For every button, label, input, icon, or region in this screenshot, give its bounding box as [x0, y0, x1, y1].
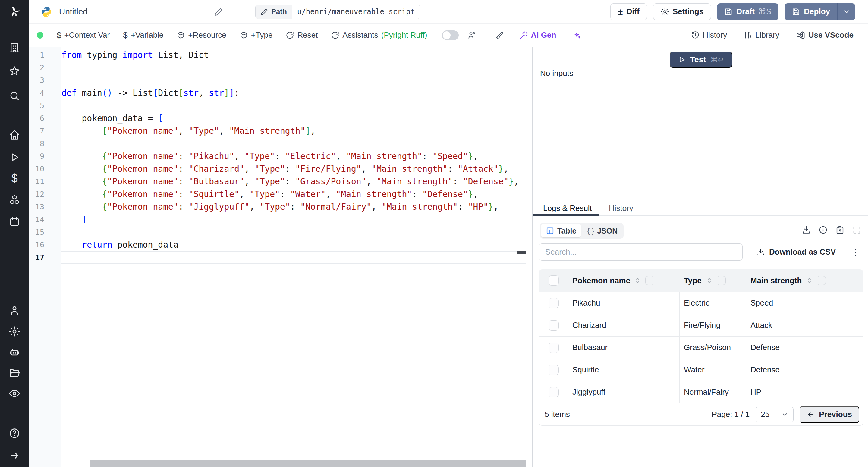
code-line[interactable]: 15	[29, 226, 526, 239]
sidebar-item-audit-logs[interactable]	[0, 384, 29, 403]
download-result-button[interactable]	[802, 225, 811, 235]
code-line-content[interactable]: {"Pokemon name": "Pikachu", "Type": "Ele…	[61, 150, 526, 163]
code-line-content[interactable]	[61, 99, 526, 112]
code-line-content[interactable]	[61, 61, 526, 74]
sidebar-item-help[interactable]	[0, 424, 29, 442]
sidebar-item-expand[interactable]	[0, 446, 29, 465]
sidebar-item-users[interactable]	[0, 301, 29, 319]
deploy-dropdown-button[interactable]	[837, 3, 855, 20]
reset-button[interactable]: Reset	[286, 30, 318, 40]
sidebar-item-folders[interactable]	[0, 364, 29, 382]
code-line-content[interactable]	[61, 226, 526, 239]
row-checkbox[interactable]	[549, 320, 559, 331]
sort-icon[interactable]	[634, 277, 642, 284]
row-checkbox[interactable]	[549, 365, 559, 375]
view-table-button[interactable]: Table	[541, 224, 581, 238]
sidebar-item-workers[interactable]	[0, 343, 29, 362]
code-line-content[interactable]: def main() -> List[Dict[str, str]]:	[61, 87, 526, 99]
previous-page-button[interactable]: Previous	[800, 406, 859, 423]
code-line[interactable]: 7 ["Pokemon name", "Type", "Main strengt…	[29, 125, 526, 137]
sparkles-icon[interactable]	[573, 31, 581, 39]
code-line[interactable]: 12 {"Pokemon name": "Squirtle", "Type": …	[29, 188, 526, 201]
code-line[interactable]: 1 from typing import List, Dict	[29, 49, 526, 61]
code-line-content[interactable]: return pokemon_data	[61, 239, 526, 251]
table-menu-button[interactable]: ⋮	[851, 247, 860, 257]
view-json-button[interactable]: { } JSON	[582, 224, 622, 238]
page-size-select[interactable]: 25	[755, 407, 794, 423]
use-vscode-button[interactable]: Use VScode	[796, 30, 854, 40]
windmill-logo-icon[interactable]	[0, 2, 29, 21]
row-checkbox[interactable]	[549, 298, 559, 308]
code-line[interactable]: 11 {"Pokemon name": "Bulbasaur", "Type":…	[29, 175, 526, 188]
code-line[interactable]: 9 {"Pokemon name": "Pikachu", "Type": "E…	[29, 150, 526, 163]
row-checkbox[interactable]	[549, 387, 559, 397]
history-button[interactable]: History	[691, 30, 727, 40]
sort-icon[interactable]	[805, 277, 813, 284]
format-button[interactable]	[495, 31, 504, 40]
code-line[interactable]: 3	[29, 74, 526, 87]
sidebar-item-settings[interactable]	[0, 322, 29, 340]
code-editor[interactable]: 1 from typing import List, Dict 2 3 4 de…	[29, 47, 526, 467]
column-filter-toggle[interactable]	[645, 276, 654, 285]
table-row[interactable]: Charizard Fire/Flying Attack	[539, 314, 863, 336]
test-button[interactable]: Test ⌘↵	[670, 52, 733, 68]
code-line[interactable]: 16 return pokemon_data	[29, 239, 526, 251]
copy-result-button[interactable]	[835, 225, 844, 235]
add-type-button[interactable]: +Type	[240, 30, 273, 40]
select-all-checkbox[interactable]	[549, 275, 559, 286]
row-checkbox[interactable]	[549, 343, 559, 353]
sidebar-item-workspace[interactable]	[0, 38, 29, 57]
code-line-content[interactable]: {"Pokemon name": "Bulbasaur", "Type": "G…	[61, 175, 526, 188]
code-line-content[interactable]	[61, 74, 526, 87]
column-filter-toggle[interactable]	[717, 276, 726, 285]
add-variable-button[interactable]: $+Variable	[123, 30, 163, 40]
code-line[interactable]: 8	[29, 137, 526, 150]
draft-button[interactable]: Draft ⌘S	[717, 3, 778, 20]
code-line[interactable]: 14 ]	[29, 213, 526, 226]
table-row[interactable]: Pikachu Electric Speed	[539, 292, 863, 314]
table-row[interactable]: Bulbasaur Grass/Poison Defense	[539, 336, 863, 359]
library-button[interactable]: Library	[744, 30, 779, 40]
tab-history[interactable]: History	[609, 204, 633, 213]
result-info-button[interactable]	[818, 225, 828, 235]
add-resource-button[interactable]: +Resource	[177, 30, 226, 40]
assistants-button[interactable]: Assistants (Pyright Ruff)	[331, 30, 427, 40]
path-chip[interactable]: Path u/henri/maneuverable_script	[255, 4, 421, 19]
ai-gen-button[interactable]: AI Gen	[520, 30, 556, 40]
settings-button[interactable]: Settings	[653, 3, 711, 20]
sort-icon[interactable]	[705, 277, 713, 284]
sidebar-item-home[interactable]	[0, 126, 29, 144]
search-input[interactable]	[539, 244, 743, 260]
multiplayer-toggle[interactable]	[442, 30, 459, 40]
edit-summary-button[interactable]	[214, 7, 223, 16]
code-line-content[interactable]: {"Pokemon name": "Jigglypuff", "Type": "…	[61, 201, 526, 213]
column-filter-toggle[interactable]	[817, 276, 826, 285]
sidebar-item-favorites[interactable]	[0, 62, 29, 80]
code-line-content[interactable]: ]	[61, 213, 526, 226]
code-line[interactable]: 2	[29, 61, 526, 74]
code-line[interactable]: 17	[29, 251, 526, 264]
sidebar-item-resources[interactable]	[0, 191, 29, 209]
deploy-button[interactable]: Deploy	[784, 3, 855, 20]
code-line-content[interactable]: pokemon_data = [	[61, 112, 526, 125]
code-line[interactable]: 13 {"Pokemon name": "Jigglypuff", "Type"…	[29, 201, 526, 213]
add-context-var-button[interactable]: $+Context Var	[57, 30, 110, 40]
code-line[interactable]: 5	[29, 99, 526, 112]
code-line-content[interactable]: from typing import List, Dict	[61, 49, 526, 61]
code-line-content[interactable]: {"Pokemon name": "Squirtle", "Type": "Wa…	[61, 188, 526, 201]
multiplayer-users-icon[interactable]	[467, 31, 476, 40]
sidebar-item-search[interactable]	[0, 87, 29, 105]
editor-horizontal-scrollbar[interactable]	[90, 460, 526, 467]
code-line-content[interactable]	[61, 137, 526, 150]
sidebar-item-variables[interactable]: $	[0, 169, 29, 187]
table-row[interactable]: Squirtle Water Defense	[539, 359, 863, 381]
sidebar-item-runs[interactable]	[0, 148, 29, 166]
sidebar-item-schedules[interactable]	[0, 213, 29, 231]
code-line[interactable]: 10 {"Pokemon name": "Charizard", "Type":…	[29, 163, 526, 175]
table-row[interactable]: Jigglypuff Normal/Fairy HP	[539, 381, 863, 403]
tab-logs-result[interactable]: Logs & Result	[543, 204, 592, 213]
code-line[interactable]: 6 pokemon_data = [	[29, 112, 526, 125]
expand-result-button[interactable]	[852, 225, 861, 235]
code-line-content[interactable]: ["Pokemon name", "Type", "Main strength"…	[61, 125, 526, 137]
code-line-content[interactable]: {"Pokemon name": "Charizard", "Type": "F…	[61, 163, 526, 175]
